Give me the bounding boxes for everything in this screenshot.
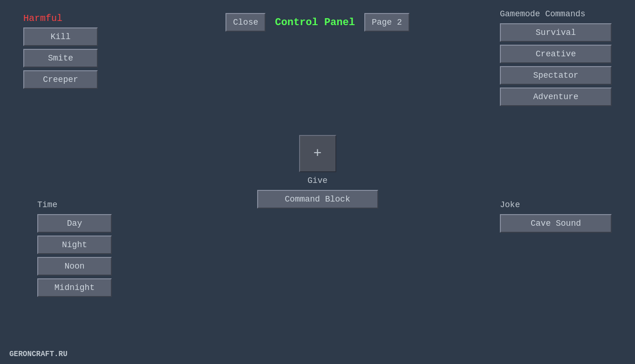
close-button[interactable]: Close: [225, 13, 266, 32]
gamemode-label: Gamemode Commands: [500, 9, 612, 19]
spectator-button[interactable]: Spectator: [500, 66, 612, 85]
night-button[interactable]: Night: [37, 236, 112, 254]
creative-button[interactable]: Creative: [500, 45, 612, 63]
give-section: + Give Command Block: [257, 135, 378, 209]
time-label: Time: [37, 200, 112, 209]
page2-button[interactable]: Page 2: [364, 13, 410, 32]
give-label: Give: [307, 176, 328, 185]
control-panel-label: Control Panel: [275, 17, 355, 28]
gamemode-section: Gamemode Commands Survival Creative Spec…: [500, 9, 612, 109]
survival-button[interactable]: Survival: [500, 23, 612, 42]
cave-sound-button[interactable]: Cave Sound: [500, 214, 612, 233]
plus-button[interactable]: +: [299, 135, 336, 172]
creeper-button[interactable]: Creeper: [23, 70, 98, 89]
harmful-section: Harmful Kill Smite Creeper: [23, 13, 98, 92]
kill-button[interactable]: Kill: [23, 27, 98, 46]
command-block-button[interactable]: Command Block: [257, 190, 378, 209]
harmful-label: Harmful: [23, 13, 98, 24]
joke-section: Joke Cave Sound: [500, 200, 612, 236]
noon-button[interactable]: Noon: [37, 257, 112, 276]
midnight-button[interactable]: Midnight: [37, 278, 112, 297]
adventure-button[interactable]: Adventure: [500, 88, 612, 106]
time-section: Time Day Night Noon Midnight: [37, 200, 112, 300]
smite-button[interactable]: Smite: [23, 49, 98, 67]
joke-label: Joke: [500, 200, 612, 209]
day-button[interactable]: Day: [37, 214, 112, 233]
footer-label: GERONCRAFT.RU: [9, 350, 68, 358]
